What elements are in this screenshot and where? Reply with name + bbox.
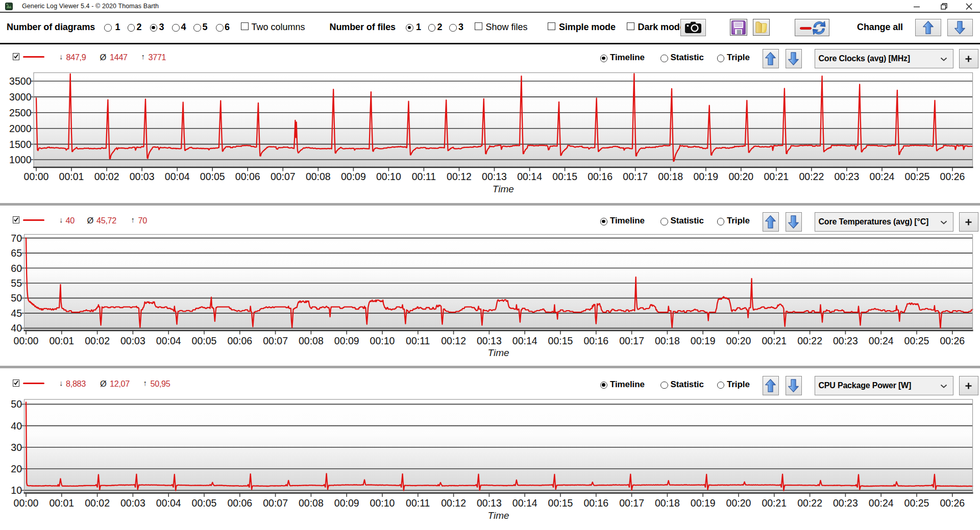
svg-text:50: 50	[11, 292, 22, 304]
svg-text:00:13: 00:13	[477, 335, 502, 346]
svg-text:00:02: 00:02	[85, 497, 110, 509]
svg-text:00:26: 00:26	[940, 171, 965, 182]
svg-text:50: 50	[11, 398, 22, 410]
svg-text:00:00: 00:00	[24, 171, 49, 182]
svg-text:00:14: 00:14	[512, 497, 537, 509]
svg-text:00:19: 00:19	[691, 335, 716, 346]
svg-text:00:15: 00:15	[552, 171, 577, 182]
svg-text:00:06: 00:06	[227, 497, 252, 509]
svg-text:00:11: 00:11	[406, 335, 430, 346]
svg-text:55: 55	[11, 277, 22, 289]
svg-text:00:00: 00:00	[14, 497, 39, 509]
svg-text:70: 70	[11, 233, 22, 244]
svg-text:00:21: 00:21	[762, 497, 787, 509]
svg-text:00:18: 00:18	[655, 335, 680, 346]
svg-text:20: 20	[11, 463, 22, 474]
svg-text:00:23: 00:23	[833, 335, 858, 346]
svg-text:00:01: 00:01	[59, 171, 84, 182]
svg-text:00:05: 00:05	[192, 497, 217, 509]
svg-text:00:02: 00:02	[94, 171, 119, 182]
svg-text:00:16: 00:16	[583, 335, 608, 346]
svg-text:40: 40	[11, 322, 22, 334]
svg-text:10: 10	[11, 485, 22, 496]
svg-text:00:14: 00:14	[512, 335, 537, 346]
svg-text:2000: 2000	[9, 123, 32, 134]
svg-text:00:20: 00:20	[726, 497, 751, 509]
svg-text:60: 60	[11, 263, 22, 274]
svg-text:45: 45	[11, 308, 22, 319]
svg-text:00:22: 00:22	[797, 497, 822, 509]
svg-text:Time: Time	[487, 347, 509, 358]
svg-text:00:16: 00:16	[587, 171, 612, 182]
svg-text:00:06: 00:06	[227, 335, 252, 346]
svg-text:Time: Time	[487, 510, 509, 521]
svg-text:00:19: 00:19	[691, 497, 716, 509]
svg-text:00:11: 00:11	[412, 171, 436, 182]
svg-text:00:24: 00:24	[869, 497, 894, 509]
svg-text:00:10: 00:10	[370, 497, 395, 509]
svg-text:00:20: 00:20	[726, 335, 751, 346]
svg-text:00:07: 00:07	[271, 171, 296, 182]
svg-text:00:21: 00:21	[764, 171, 789, 182]
svg-text:00:23: 00:23	[833, 497, 858, 509]
svg-text:00:25: 00:25	[904, 497, 929, 509]
svg-text:1000: 1000	[9, 154, 32, 165]
svg-text:1500: 1500	[9, 139, 32, 150]
svg-text:00:17: 00:17	[623, 171, 648, 182]
svg-text:3500: 3500	[9, 75, 32, 87]
svg-text:00:24: 00:24	[869, 335, 894, 346]
svg-text:00:05: 00:05	[200, 171, 225, 182]
svg-text:00:19: 00:19	[693, 171, 718, 182]
svg-text:00:04: 00:04	[156, 335, 181, 346]
svg-text:00:11: 00:11	[406, 497, 430, 509]
svg-text:00:22: 00:22	[797, 335, 822, 346]
svg-text:00:08: 00:08	[299, 335, 324, 346]
svg-text:00:09: 00:09	[334, 497, 359, 509]
svg-text:00:10: 00:10	[376, 171, 401, 182]
svg-text:00:03: 00:03	[120, 335, 145, 346]
svg-text:00:07: 00:07	[263, 497, 288, 509]
svg-text:00:01: 00:01	[49, 335, 74, 346]
svg-text:00:18: 00:18	[658, 171, 683, 182]
svg-text:00:12: 00:12	[441, 335, 466, 346]
svg-text:00:13: 00:13	[477, 497, 502, 509]
svg-text:00:21: 00:21	[762, 335, 787, 346]
svg-text:65: 65	[11, 247, 22, 259]
svg-text:00:06: 00:06	[235, 171, 260, 182]
svg-text:00:26: 00:26	[940, 335, 965, 346]
svg-text:Time: Time	[493, 184, 514, 194]
svg-text:00:08: 00:08	[299, 497, 324, 509]
svg-text:40: 40	[11, 420, 22, 432]
svg-text:3000: 3000	[9, 91, 32, 103]
svg-text:00:12: 00:12	[447, 171, 472, 182]
svg-text:00:07: 00:07	[263, 335, 288, 346]
svg-text:00:25: 00:25	[904, 335, 929, 346]
svg-text:00:09: 00:09	[341, 171, 366, 182]
svg-text:00:03: 00:03	[120, 497, 145, 509]
svg-text:00:17: 00:17	[619, 497, 644, 509]
svg-text:00:08: 00:08	[306, 171, 331, 182]
svg-text:00:24: 00:24	[870, 171, 895, 182]
svg-text:00:01: 00:01	[49, 497, 74, 509]
svg-text:00:17: 00:17	[619, 335, 644, 346]
svg-text:00:16: 00:16	[583, 497, 608, 509]
svg-text:00:02: 00:02	[85, 335, 110, 346]
svg-text:00:00: 00:00	[14, 335, 39, 346]
svg-text:00:04: 00:04	[156, 497, 181, 509]
svg-text:00:13: 00:13	[482, 171, 507, 182]
svg-text:00:26: 00:26	[940, 497, 965, 509]
svg-text:00:03: 00:03	[130, 171, 155, 182]
svg-text:00:22: 00:22	[799, 171, 824, 182]
svg-text:00:14: 00:14	[517, 171, 542, 182]
svg-text:30: 30	[11, 442, 22, 453]
svg-text:00:25: 00:25	[905, 171, 930, 182]
svg-text:00:04: 00:04	[165, 171, 190, 182]
svg-text:00:15: 00:15	[548, 335, 573, 346]
svg-text:2500: 2500	[9, 107, 32, 118]
svg-text:00:18: 00:18	[655, 497, 680, 509]
svg-text:00:05: 00:05	[192, 335, 217, 346]
svg-text:00:23: 00:23	[834, 171, 859, 182]
svg-text:00:12: 00:12	[441, 497, 466, 509]
svg-text:00:09: 00:09	[334, 335, 359, 346]
svg-text:00:20: 00:20	[728, 171, 753, 182]
